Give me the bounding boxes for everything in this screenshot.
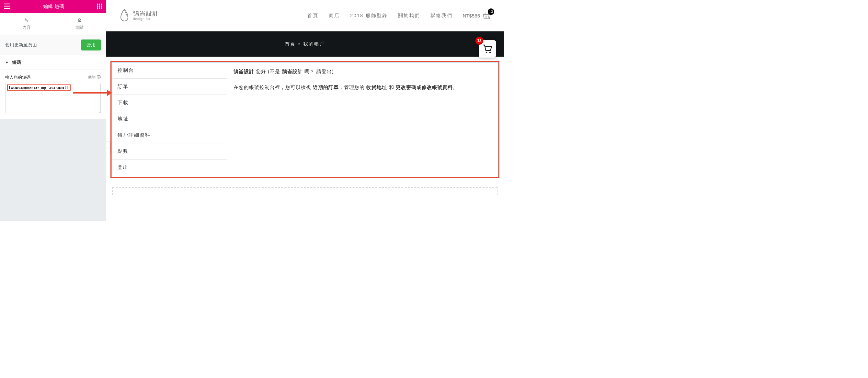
site-logo[interactable]: 鵠崙設計 design hu [119,9,159,23]
apply-row: 套用更新至頁面 套用 [0,35,106,55]
breadcrumb-home[interactable]: 首頁 [285,41,296,46]
account-nav-orders[interactable]: 訂單 [112,79,227,95]
nav-contact[interactable]: 聯絡我們 [430,12,453,19]
editor-empty-area [0,119,106,221]
logo-mark-icon [119,9,130,23]
account-nav-logout[interactable]: 登出 [112,160,227,175]
apply-button[interactable]: 套用 [81,39,101,50]
gear-icon: ⚙ [53,18,106,23]
tab-advanced-label: 進階 [75,25,84,30]
database-icon [97,75,101,80]
floating-cart-badge: 13 [475,37,483,45]
dashboard-description: 在您的帳號控制台裡，您可以檢視 近期的訂單，管理您的 收貨地址 和 更改密碼或修… [234,83,492,92]
svg-rect-2 [101,4,102,5]
svg-point-9 [97,75,100,76]
breadcrumb: 首頁 » 我的帳戶 [285,41,325,47]
account-nav-points[interactable]: 點數 [112,143,227,160]
nav-about[interactable]: 關於我們 [398,12,420,19]
shortcode-input[interactable] [5,83,101,113]
pencil-icon: ✎ [0,18,53,23]
breadcrumb-sep: » [296,41,303,46]
field-label: 輸入您的短碼 [5,74,30,80]
apply-text: 套用更新至頁面 [5,42,37,48]
account-nav-downloads[interactable]: 下載 [112,95,227,111]
cart-count-badge: 13 [488,8,494,15]
greeting-name: 鵠崙設計 [234,69,254,74]
nav-shop[interactable]: 商店 [329,12,340,19]
cart-icon [483,44,492,54]
dynamic-label: 動態 [88,75,96,80]
nav-catalog[interactable]: 2018 服飾型錄 [350,12,388,19]
breadcrumb-current: 我的帳戶 [303,41,325,46]
svg-rect-4 [99,5,100,7]
editor-header: 編輯 短碼 [0,0,106,13]
svg-rect-0 [97,4,98,5]
logo-text-en: design hu [133,17,159,21]
account-nav-dashboard[interactable]: 控制台 [112,63,227,79]
account-nav: 控制台 訂單 下載 地址 帳戶詳細資料 點數 登出 [112,63,227,175]
widgets-grid-icon[interactable] [97,4,102,10]
svg-rect-7 [99,7,100,9]
svg-rect-3 [97,5,98,7]
tab-content-label: 內容 [22,25,31,30]
cart-total: NT$585 [463,13,480,19]
section-title: 短碼 [12,60,21,65]
greeting-not-name: 鵠崙設計 [282,69,303,74]
editor-sidebar: 編輯 短碼 ✎ 內容 ⚙ 進階 套用更新至頁面 套用 ▼ 短碼 輸入您的短碼 動… [0,0,106,221]
greeting-line: 鵠崙設計 您好 (不是 鵠崙設計 嗎？ 請登出) [234,67,492,76]
recent-orders-link[interactable]: 近期的訂單 [313,84,339,90]
chevron-left-icon: ‹ [107,146,108,149]
preview-area: 鵠崙設計 design hu 首頁 商店 2018 服飾型錄 關於我們 聯絡我們… [106,0,504,221]
svg-rect-5 [101,5,102,7]
dynamic-toggle[interactable]: 動態 [88,75,101,80]
my-account-widget: 控制台 訂單 下載 地址 帳戶詳細資料 點數 登出 鵠崙設計 您好 (不是 鵠崙… [112,62,498,177]
section-shortcode-header[interactable]: ▼ 短碼 [0,55,106,70]
menu-icon[interactable] [4,4,10,10]
account-nav-addresses[interactable]: 地址 [112,111,227,127]
editor-title: 編輯 短碼 [43,4,64,10]
breadcrumb-bar: 首頁 » 我的帳戶 [106,31,504,57]
svg-point-16 [489,52,491,54]
tab-content[interactable]: ✎ 內容 [0,13,53,35]
edit-account-link[interactable]: 更改密碼或修改帳號資料 [396,84,453,90]
tab-advanced[interactable]: ⚙ 進階 [53,13,106,35]
svg-point-15 [486,52,488,54]
floating-cart-button[interactable]: 13 [479,40,496,58]
svg-rect-1 [99,4,100,5]
editor-tabs: ✎ 內容 ⚙ 進階 [0,13,106,35]
logo-text-zh: 鵠崙設計 [133,11,159,17]
main-nav: 首頁 商店 2018 服飾型錄 關於我們 聯絡我們 NT$585 13 [307,12,491,20]
account-content: 鵠崙設計 您好 (不是 鵠崙設計 嗎？ 請登出) 在您的帳號控制台裡，您可以檢視… [227,63,498,103]
logout-link[interactable]: 請登出 [316,69,332,74]
empty-section-placeholder[interactable] [113,187,497,195]
addresses-link[interactable]: 收貨地址 [366,84,387,90]
caret-down-icon: ▼ [5,61,9,64]
panel-collapse-handle[interactable]: ‹ [106,141,111,154]
shortcode-field: 輸入您的短碼 動態 [woocommerce_my_account] [0,70,106,119]
svg-rect-8 [101,7,102,9]
widget-highlight-annotation: 控制台 訂單 下載 地址 帳戶詳細資料 點數 登出 鵠崙設計 您好 (不是 鵠崙… [111,61,499,178]
svg-rect-6 [97,7,98,9]
header-cart[interactable]: NT$585 13 [463,12,491,20]
site-header: 鵠崙設計 design hu 首頁 商店 2018 服飾型錄 關於我們 聯絡我們… [106,0,504,31]
nav-home[interactable]: 首頁 [307,12,318,19]
account-nav-details[interactable]: 帳戶詳細資料 [112,127,227,143]
